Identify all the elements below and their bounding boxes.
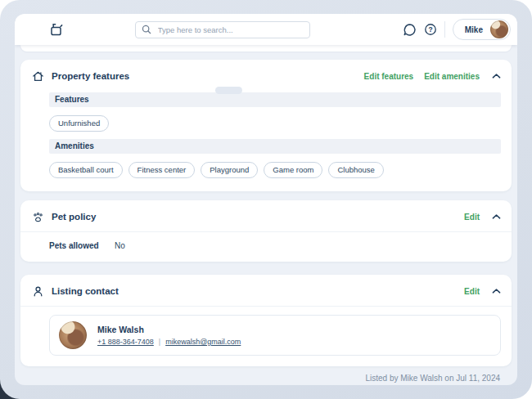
- header-divider: [444, 21, 445, 38]
- edit-pet-policy-link[interactable]: Edit: [464, 213, 480, 222]
- menu-icon[interactable]: [26, 25, 38, 34]
- chat-icon[interactable]: [403, 23, 417, 37]
- contact-name: Mike Walsh: [97, 325, 241, 334]
- amenity-chip: Fitness center: [128, 162, 196, 178]
- edit-features-link[interactable]: Edit features: [364, 72, 414, 81]
- edit-amenities-link[interactable]: Edit amenities: [424, 72, 480, 81]
- property-features-header: Property features Edit features Edit ame…: [32, 67, 501, 85]
- section-title: Listing contact: [52, 286, 119, 296]
- features-chip-row: Unfurnished: [49, 115, 501, 132]
- svg-text:?: ?: [428, 25, 432, 34]
- previous-section-card-bottom: [20, 45, 512, 52]
- search-icon: [142, 25, 151, 34]
- pets-allowed-value: No: [115, 241, 125, 250]
- section-divider: [20, 306, 512, 307]
- amenity-chip: Basketball court: [49, 162, 123, 178]
- app-window: ? Mike Property features: [15, 14, 517, 385]
- scrollbar-thumb[interactable]: [215, 87, 242, 94]
- listed-by-text: Listed by Mike Walsh on Jul 11, 2024: [20, 366, 512, 383]
- contact-email-link[interactable]: mikewalsh@gmail.com: [165, 338, 241, 346]
- contact-card: Mike Walsh +1 888-364-7408 | mikewalsh@g…: [49, 315, 501, 356]
- amenity-chip: Clubhouse: [328, 162, 383, 178]
- search-input[interactable]: [156, 25, 304, 35]
- feature-chip: Unfurnished: [49, 115, 109, 132]
- listing-contact-card: Listing contact Edit Mike Walsh +1 88: [20, 275, 512, 366]
- edit-listing-contact-link[interactable]: Edit: [464, 287, 480, 296]
- pet-policy-header: Pet policy Edit: [32, 208, 501, 226]
- section-title: Property features: [52, 71, 129, 81]
- tenantcloud-logo-icon[interactable]: [49, 22, 63, 37]
- user-name-label: Mike: [465, 25, 483, 34]
- amenities-chip-row: Basketball court Fitness center Playgrou…: [49, 162, 501, 178]
- features-heading: Features: [49, 92, 501, 107]
- listing-contact-header: Listing contact Edit: [32, 282, 501, 300]
- pets-allowed-label: Pets allowed: [49, 241, 115, 250]
- contact-separator: |: [159, 338, 160, 346]
- amenities-heading: Amenities: [49, 139, 501, 154]
- amenity-chip: Game room: [264, 162, 322, 178]
- search-bar: [135, 21, 310, 38]
- section-title: Pet policy: [52, 212, 96, 222]
- user-avatar: [490, 20, 508, 38]
- contact-phone-link[interactable]: +1 888-364-7408: [97, 338, 154, 346]
- help-icon[interactable]: ?: [424, 23, 437, 36]
- paw-icon: [32, 211, 44, 223]
- pet-policy-card: Pet policy Edit Pets allowed No: [20, 200, 512, 262]
- user-menu-button[interactable]: Mike: [453, 19, 511, 40]
- home-icon: [32, 70, 44, 83]
- scroll-content: Property features Edit features Edit ame…: [15, 45, 517, 385]
- amenity-chip: Playground: [201, 162, 258, 178]
- top-navbar: ? Mike: [15, 14, 517, 45]
- collapse-chevron-up-icon[interactable]: [492, 288, 501, 294]
- person-icon: [32, 285, 44, 298]
- collapse-chevron-up-icon[interactable]: [492, 73, 501, 79]
- collapse-chevron-up-icon[interactable]: [492, 213, 501, 220]
- pets-allowed-row: Pets allowed No: [49, 232, 501, 262]
- contact-avatar: [59, 321, 87, 349]
- property-features-card: Property features Edit features Edit ame…: [20, 60, 512, 191]
